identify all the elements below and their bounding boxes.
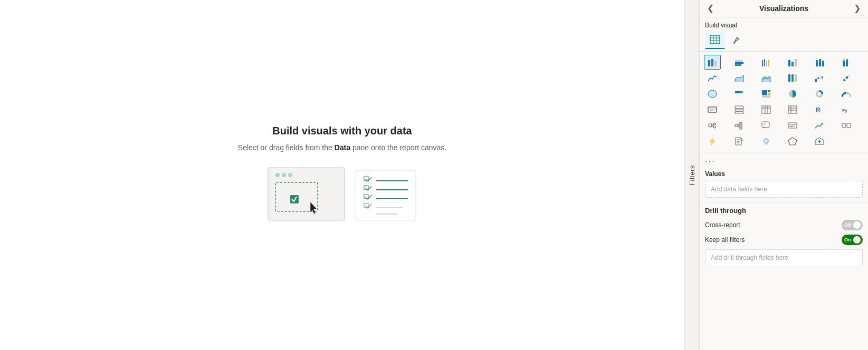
subtitle-post: pane onto the report canvas. <box>350 143 446 152</box>
svg-rect-94 <box>740 125 742 127</box>
build-visual-prompt: Build visuals with your data Select or d… <box>238 125 446 226</box>
drill-through-label: Drill through <box>705 207 863 215</box>
viz-shape-map[interactable] <box>784 134 801 149</box>
viz-multi-row-card[interactable] <box>731 102 748 117</box>
keep-all-filters-toggle-switch[interactable]: On <box>842 235 863 245</box>
drill-fields-drop-zone[interactable]: Add drill-through fields here <box>705 249 863 266</box>
cross-report-toggle-switch[interactable]: Off <box>842 220 863 230</box>
svg-text:KPI: KPI <box>710 108 714 111</box>
svg-rect-24 <box>714 61 717 66</box>
viz-scatter-chart[interactable] <box>838 71 855 85</box>
viz-r-script[interactable]: R <box>811 102 828 117</box>
drill-through-section: Drill through Cross-report Off Keep all … <box>700 202 868 270</box>
viz-bar-stacked[interactable] <box>731 86 748 101</box>
svg-rect-81 <box>788 106 797 113</box>
svg-rect-34 <box>795 59 797 66</box>
viz-treemap[interactable] <box>758 86 775 101</box>
svg-rect-37 <box>819 61 821 66</box>
svg-text:?: ? <box>764 123 766 127</box>
svg-rect-101 <box>788 123 797 128</box>
svg-rect-92 <box>735 124 738 127</box>
viz-ribbon-chart[interactable] <box>784 71 801 85</box>
viz-gauge[interactable] <box>838 86 855 101</box>
cross-report-row: Cross-report Off <box>705 220 863 230</box>
viz-filled-map[interactable] <box>704 86 721 101</box>
build-visual-tabs <box>705 32 863 49</box>
viz-qa[interactable]: ? <box>758 118 775 133</box>
viz-100-stacked-column[interactable] <box>838 55 855 70</box>
tab-format-visual[interactable] <box>727 32 747 49</box>
svg-rect-36 <box>816 60 818 62</box>
svg-rect-76 <box>735 112 743 114</box>
viz-pie-chart[interactable] <box>784 86 801 101</box>
keep-all-filters-toggle[interactable]: On <box>842 235 863 245</box>
viz-panel-collapse-left[interactable]: ❮ <box>705 3 716 14</box>
svg-rect-50 <box>788 74 790 82</box>
svg-rect-65 <box>762 90 767 95</box>
svg-rect-32 <box>788 60 790 66</box>
subtitle-bold: Data <box>335 143 350 152</box>
viz-waterfall[interactable] <box>811 71 828 85</box>
svg-rect-44 <box>846 62 848 66</box>
tab-build-visual[interactable] <box>705 32 725 49</box>
svg-rect-26 <box>735 64 741 66</box>
viz-azure-map[interactable] <box>758 134 775 149</box>
cross-report-label: Cross-report <box>705 221 740 229</box>
viz-clustered-column[interactable] <box>784 55 801 70</box>
svg-rect-22 <box>708 60 710 66</box>
viz-python[interactable]: Py <box>838 102 855 117</box>
viz-smart-narrative[interactable] <box>784 118 801 133</box>
svg-line-96 <box>738 123 740 125</box>
viz-stacked-column[interactable] <box>811 55 828 70</box>
cross-report-toggle[interactable]: Off <box>842 220 863 230</box>
more-visuals-dots[interactable]: ... <box>700 152 868 166</box>
svg-line-98 <box>738 125 740 128</box>
svg-rect-40 <box>822 61 824 63</box>
viz-donut-chart[interactable] <box>811 86 828 101</box>
svg-point-60 <box>845 80 846 81</box>
filters-panel[interactable]: Filters <box>684 0 699 350</box>
viz-paginated-report[interactable] <box>731 134 748 149</box>
viz-stacked-area[interactable] <box>758 71 775 85</box>
svg-point-89 <box>713 126 716 128</box>
svg-rect-74 <box>735 106 743 109</box>
values-drop-zone[interactable]: Add data fields here <box>705 181 863 198</box>
svg-rect-46 <box>846 59 848 60</box>
viz-stacked-bar[interactable] <box>704 55 721 70</box>
viz-kpi[interactable] <box>811 118 828 133</box>
viz-area-chart[interactable] <box>731 71 748 85</box>
svg-rect-30 <box>766 61 767 66</box>
viz-panel-expand-right[interactable]: ❯ <box>852 3 863 14</box>
viz-lightning[interactable] <box>704 134 721 149</box>
svg-rect-64 <box>742 91 743 93</box>
build-visual-title: Build visuals with your data <box>272 125 412 137</box>
viz-matrix[interactable] <box>784 102 801 117</box>
build-visual-subtitle: Select or drag fields from the Data pane… <box>238 143 446 152</box>
svg-point-59 <box>849 75 851 77</box>
svg-rect-27 <box>735 60 742 62</box>
viz-get-more[interactable] <box>811 134 828 149</box>
svg-rect-52 <box>795 74 797 82</box>
viz-card[interactable]: KPI <box>704 102 721 117</box>
svg-text:R: R <box>816 106 821 114</box>
svg-rect-43 <box>843 59 845 61</box>
svg-rect-106 <box>847 123 851 128</box>
svg-rect-67 <box>768 93 770 95</box>
viz-panel-title: Visualizations <box>759 4 808 13</box>
keep-all-filters-row: Keep all filters On <box>705 235 863 245</box>
viz-page-navigator[interactable] <box>838 118 855 133</box>
viz-panel-header: ❮ Visualizations ❯ <box>700 0 868 17</box>
svg-rect-17 <box>710 35 720 44</box>
viz-stacked-bar-100[interactable] <box>758 55 775 70</box>
svg-marker-114 <box>788 138 797 145</box>
viz-table[interactable] <box>758 102 775 117</box>
svg-rect-105 <box>842 123 846 128</box>
keep-all-filters-toggle-label: On <box>844 237 851 242</box>
viz-decomp-tree[interactable] <box>731 118 748 133</box>
viz-clustered-bar[interactable] <box>731 55 748 70</box>
svg-rect-41 <box>843 63 845 66</box>
build-visual-section-label: Build visual <box>705 22 863 29</box>
svg-rect-63 <box>739 91 742 93</box>
viz-line-chart[interactable] <box>704 71 721 85</box>
viz-key-influencers[interactable] <box>704 118 721 133</box>
